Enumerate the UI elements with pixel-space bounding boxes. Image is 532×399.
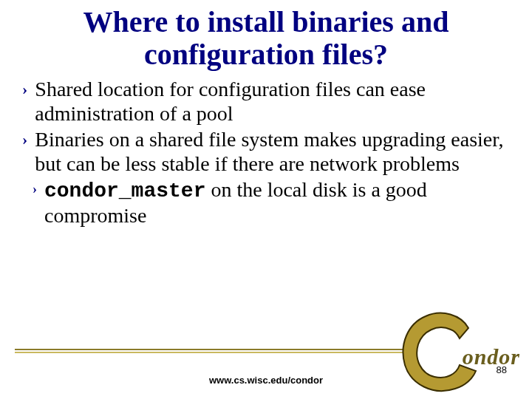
chevron-icon: › <box>22 130 27 149</box>
page-number: 88 <box>497 364 507 375</box>
sub-bullet-text: condor_master on the local disk is a goo… <box>44 177 510 228</box>
chevron-icon: › <box>22 80 27 99</box>
divider <box>15 349 414 353</box>
bullet-text: Binaries on a shared file system makes u… <box>35 127 510 176</box>
slide-content: › Shared location for configuration file… <box>0 71 532 228</box>
bullet-item: › Binaries on a shared file system makes… <box>22 127 510 176</box>
footer-url: www.cs.wisc.edu/condor <box>0 375 532 386</box>
code-text: condor_master <box>44 180 205 202</box>
sub-bullet-item: › condor_master on the local disk is a g… <box>33 177 510 228</box>
logo-text: ondor <box>463 344 520 369</box>
bullet-text: Shared location for configuration files … <box>35 77 510 126</box>
bullet-item: › Shared location for configuration file… <box>22 77 510 126</box>
chevron-icon: › <box>33 182 37 197</box>
slide-title: Where to install binaries and configurat… <box>0 0 532 71</box>
